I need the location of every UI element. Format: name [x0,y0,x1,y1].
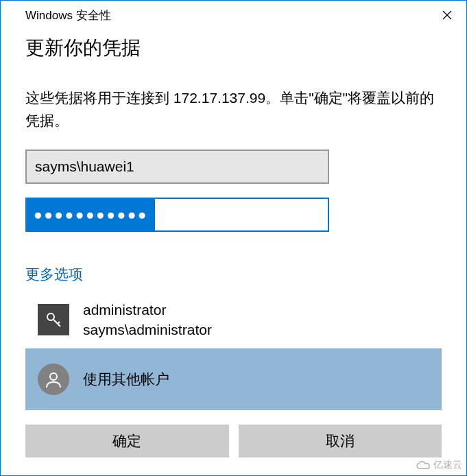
account-option-saved[interactable]: administrator sayms\administrator [25,296,442,343]
username-input[interactable] [25,150,329,184]
watermark-text: 亿速云 [433,459,462,471]
watermark: 亿速云 [416,459,462,471]
dialog-content: 更新你的凭据 这些凭据将用于连接到 172.17.137.99。单击"确定"将覆… [1,29,466,410]
more-options-link[interactable]: 更多选项 [25,265,83,284]
button-row: 确定 取消 [1,418,466,457]
credentials-dialog: Windows 安全性 更新你的凭据 这些凭据将用于连接到 172.17.137… [0,0,467,476]
account-saved-text: administrator sayms\administrator [83,300,212,340]
password-mask: ●●●●●●●●●●● [27,199,155,230]
account-other-text: 使用其他帐户 [83,369,169,389]
dialog-description: 这些凭据将用于连接到 172.17.137.99。单击"确定"将覆盖以前的凭据。 [25,87,442,132]
account-option-other[interactable]: 使用其他帐户 [25,348,442,410]
password-input[interactable]: ●●●●●●●●●●● [25,198,329,232]
key-icon [38,304,69,335]
close-icon [442,10,452,20]
cancel-button[interactable]: 取消 [239,425,442,457]
cloud-icon [416,460,431,470]
account-saved-line1: administrator [83,300,212,320]
svg-point-5 [50,373,57,380]
titlebar: Windows 安全性 [1,1,466,29]
svg-line-4 [58,322,60,324]
close-button[interactable] [428,1,466,29]
titlebar-title: Windows 安全性 [25,8,111,23]
account-other-line1: 使用其他帐户 [83,369,169,389]
ok-button[interactable]: 确定 [25,425,229,457]
person-icon [38,364,69,395]
dialog-heading: 更新你的凭据 [25,35,442,61]
account-saved-line2: sayms\administrator [83,320,212,340]
